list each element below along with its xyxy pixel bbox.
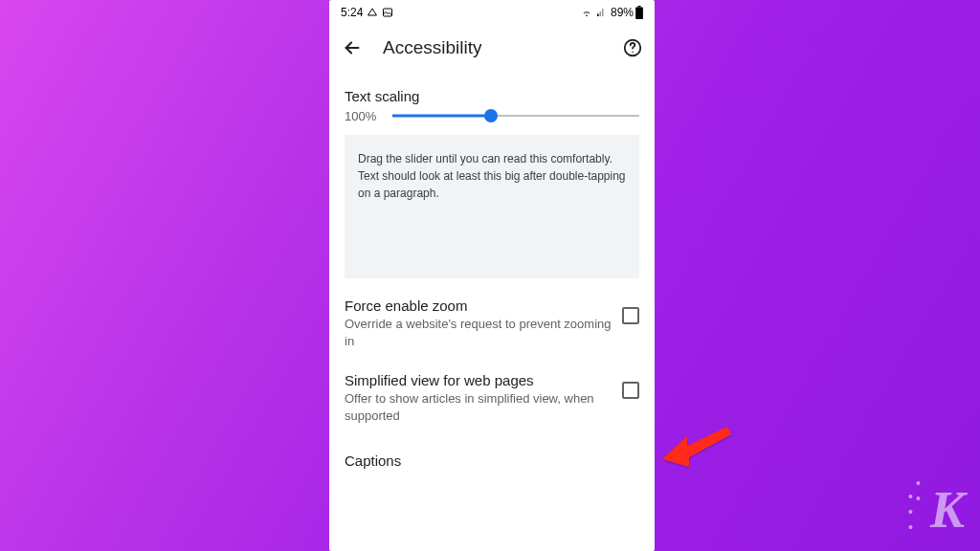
force-zoom-desc: Override a website's request to prevent …: [345, 316, 612, 349]
watermark: • • • • • K: [930, 480, 963, 540]
force-zoom-row[interactable]: Force enable zoom Override a website's r…: [345, 278, 639, 353]
simplified-view-text: Simplified view for web pages Offer to s…: [345, 372, 612, 424]
slider-fill: [392, 115, 491, 118]
watermark-dots: • •: [916, 476, 924, 507]
simplified-view-desc: Offer to show articles in simplified vie…: [345, 390, 612, 424]
simplified-view-row[interactable]: Simplified view for web pages Offer to s…: [345, 353, 639, 428]
text-scaling-row: 100%: [345, 106, 639, 125]
image-icon: [382, 7, 393, 18]
simplified-view-checkbox[interactable]: [622, 382, 639, 399]
simplified-view-title: Simplified view for web pages: [345, 372, 612, 388]
help-button[interactable]: [620, 35, 645, 60]
phone-frame: 5:24 89% Accessibility: [329, 0, 655, 551]
status-right: 89%: [580, 6, 643, 19]
text-scaling-slider[interactable]: [392, 106, 639, 125]
signal-icon: [595, 7, 609, 18]
battery-icon: [635, 6, 643, 19]
text-scaling-value: 100%: [345, 109, 383, 123]
captions-row[interactable]: Captions: [345, 428, 639, 476]
page-title: Accessibility: [383, 37, 603, 58]
cloud-icon: [367, 7, 378, 18]
force-zoom-checkbox[interactable]: [622, 307, 639, 324]
watermark-letter: K: [930, 481, 963, 539]
slider-thumb[interactable]: [484, 109, 498, 122]
annotation-arrow-icon: [660, 413, 737, 480]
svg-marker-5: [662, 427, 731, 467]
status-left: 5:24: [341, 6, 393, 19]
back-button[interactable]: [339, 34, 366, 61]
svg-rect-2: [635, 8, 643, 19]
text-scaling-label: Text scaling: [345, 88, 639, 104]
wifi-icon: [580, 7, 593, 18]
svg-rect-1: [637, 6, 640, 8]
app-bar: Accessibility: [329, 25, 655, 71]
status-bar: 5:24 89%: [329, 0, 655, 25]
arrow-left-icon: [342, 37, 363, 58]
svg-point-4: [632, 52, 633, 53]
watermark-dots: • • •: [908, 490, 917, 536]
force-zoom-text: Force enable zoom Override a website's r…: [345, 298, 612, 349]
battery-percent: 89%: [611, 6, 634, 19]
text-scaling-preview: Drag the slider until you can read this …: [345, 135, 639, 278]
clock: 5:24: [341, 6, 363, 19]
help-icon: [622, 37, 643, 58]
force-zoom-title: Force enable zoom: [345, 298, 612, 314]
settings-content: Text scaling 100% Drag the slider until …: [329, 71, 655, 551]
